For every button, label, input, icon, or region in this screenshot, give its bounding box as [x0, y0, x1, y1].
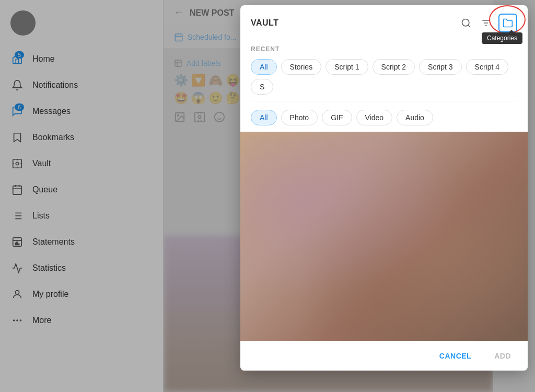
- vault-modal: VAULT: [240, 5, 528, 371]
- script-chips-row: All Stories Script 1 Script 2 Script 3 S…: [240, 57, 528, 101]
- chip-script2[interactable]: Script 2: [373, 59, 415, 75]
- cancel-button[interactable]: CANCEL: [433, 349, 478, 363]
- chip-all-types[interactable]: All: [251, 110, 277, 125]
- chip-script1[interactable]: Script 1: [325, 59, 368, 75]
- chip-all-scripts[interactable]: All: [251, 59, 277, 75]
- chip-stories[interactable]: Stories: [281, 59, 322, 75]
- modal-title: VAULT: [251, 18, 278, 28]
- chip-gif[interactable]: GIF: [322, 110, 352, 125]
- chips-divider: [251, 101, 517, 101]
- modal-header: VAULT: [240, 5, 528, 39]
- chip-audio[interactable]: Audio: [397, 110, 433, 125]
- add-button[interactable]: ADD: [488, 349, 517, 363]
- categories-tooltip: Categories: [482, 32, 522, 44]
- chip-script-more[interactable]: S: [251, 79, 273, 95]
- svg-line-31: [468, 25, 470, 27]
- chip-video[interactable]: Video: [356, 110, 393, 125]
- filter-button[interactable]: [479, 16, 493, 30]
- svg-point-30: [462, 19, 469, 26]
- modal-header-actions: Categories: [459, 14, 517, 32]
- search-button[interactable]: [459, 16, 473, 30]
- media-grid-area[interactable]: [240, 132, 528, 341]
- categories-button[interactable]: [498, 14, 517, 32]
- modal-footer: CANCEL ADD: [240, 341, 528, 371]
- type-chips-row: All Photo GIF Video Audio: [240, 108, 528, 132]
- chip-script3[interactable]: Script 3: [419, 59, 461, 75]
- media-grid-overlay: [240, 132, 528, 341]
- app-container: 5 Home Notifications 6 Messages: [0, 0, 535, 392]
- chip-script4[interactable]: Script 4: [466, 59, 508, 75]
- chip-photo[interactable]: Photo: [281, 110, 318, 125]
